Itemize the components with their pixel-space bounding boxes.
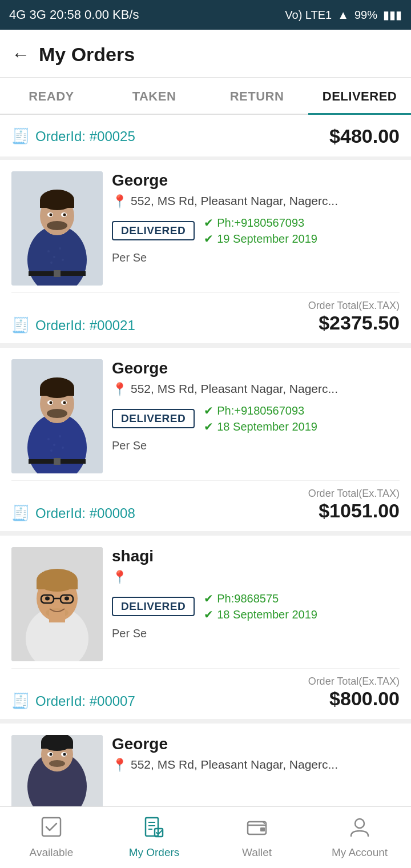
order-id-2[interactable]: 🧾 OrderId: #00008 — [11, 504, 135, 522]
partial-pin-icon: 📍 — [112, 758, 127, 773]
order-card-1: George 📍 552, MS Rd, Pleasant Nagar, Nag… — [0, 160, 411, 343]
order-total-2: Order Total(Ex.TAX) $1051.00 — [308, 488, 400, 522]
svg-point-22 — [59, 435, 61, 437]
order-id-1[interactable]: 🧾 OrderId: #00021 — [11, 316, 135, 334]
receipt-icon-3: 🧾 — [11, 692, 30, 710]
delivery-by-2: Per Se — [112, 439, 400, 452]
customer-name-3: shagi — [112, 547, 400, 565]
delivered-badge-1: DELIVERED — [112, 221, 195, 240]
contact-info-1: ✔ Ph:+9180567093 ✔ 19 September 2019 — [204, 216, 317, 246]
customer-name-2: George — [112, 359, 400, 377]
receipt-icon-2: 🧾 — [11, 504, 30, 522]
check-icon-phone-3: ✔ — [204, 592, 213, 605]
wifi-icon: ▲ — [337, 9, 349, 22]
nav-wallet[interactable]: Wallet — [206, 807, 308, 868]
contact-info-3: ✔ Ph:9868575 ✔ 18 September 2019 — [204, 592, 317, 621]
volte-icon: Vo) LTE1 — [285, 9, 332, 22]
wallet-icon — [246, 816, 268, 843]
svg-rect-35 — [54, 458, 61, 465]
pin-icon-2: 📍 — [112, 382, 127, 397]
receipt-icon-1: 🧾 — [11, 316, 30, 334]
signal-text: 4G 3G 20:58 0.00 KB/s — [9, 7, 139, 22]
svg-rect-28 — [40, 388, 74, 396]
svg-point-11 — [47, 221, 67, 230]
tab-taken[interactable]: TAKEN — [103, 78, 206, 114]
customer-photo-3 — [11, 547, 103, 661]
nav-wallet-label: Wallet — [242, 846, 272, 859]
svg-point-32 — [50, 401, 53, 404]
customer-name-1: George — [112, 171, 400, 190]
svg-point-21 — [53, 444, 55, 446]
orders-content: 🧾 OrderId: #00025 $480.00 — [0, 115, 411, 868]
svg-point-20 — [47, 438, 50, 440]
available-icon — [41, 816, 62, 843]
top-order-id[interactable]: 🧾 OrderId: #00025 — [11, 127, 135, 145]
nav-available[interactable]: Available — [0, 807, 103, 868]
date-row-3: ✔ 18 September 2019 — [204, 608, 317, 621]
svg-point-14 — [50, 214, 53, 216]
delivery-row-2: DELIVERED ✔ Ph:+9180567093 ✔ 18 Septembe… — [112, 404, 400, 433]
tab-delivered[interactable]: DELIVERED — [308, 78, 411, 115]
order-info-1: George 📍 552, MS Rd, Pleasant Nagar, Nag… — [112, 171, 400, 286]
svg-rect-59 — [42, 818, 61, 836]
svg-rect-60 — [146, 818, 158, 836]
pin-icon-3: 📍 — [112, 570, 127, 585]
tab-ready[interactable]: READY — [0, 78, 103, 114]
svg-rect-66 — [260, 827, 265, 831]
order-info-2: George 📍 552, MS Rd, Pleasant Nagar, Nag… — [112, 359, 400, 473]
check-icon-phone-1: ✔ — [204, 216, 213, 230]
nav-available-label: Available — [30, 846, 74, 859]
phone-row-2: ✔ Ph:+9180567093 — [204, 404, 317, 417]
contact-info-2: ✔ Ph:+9180567093 ✔ 18 September 2019 — [204, 404, 317, 433]
svg-point-58 — [49, 760, 65, 767]
nav-my-account[interactable]: My Account — [308, 807, 411, 868]
order-total-3: Order Total(Ex.TAX) $800.00 — [308, 676, 400, 710]
nav-my-orders-label: My Orders — [129, 846, 180, 859]
svg-rect-40 — [37, 580, 78, 589]
svg-point-6 — [62, 259, 64, 261]
top-order-summary: 🧾 OrderId: #00025 $480.00 — [0, 115, 411, 160]
account-icon — [349, 816, 370, 843]
my-orders-icon — [143, 816, 165, 843]
partial-order-card: George 📍 552, MS Rd, Pleasant Nagar, Nag… — [0, 724, 411, 815]
date-row-1: ✔ 19 September 2019 — [204, 232, 317, 246]
status-right: Vo) LTE1 ▲ 99% ▮▮▮ — [285, 8, 402, 22]
customer-photo-partial — [11, 735, 103, 809]
order-id-3[interactable]: 🧾 OrderId: #00007 — [11, 692, 135, 710]
nav-my-orders[interactable]: My Orders — [103, 807, 206, 868]
battery-text: 99% — [354, 9, 377, 22]
partial-order-info: George 📍 552, MS Rd, Pleasant Nagar, Nag… — [112, 735, 400, 773]
svg-point-4 — [59, 247, 61, 250]
top-order-amount: $480.00 — [329, 125, 400, 147]
order-info-3: shagi 📍 DELIVERED ✔ Ph:9868575 ✔ 18 — [112, 547, 400, 661]
phone-row-1: ✔ Ph:+9180567093 — [204, 216, 317, 230]
svg-point-45 — [65, 597, 69, 601]
page-title: My Orders — [39, 43, 135, 66]
partial-customer-address: 📍 552, MS Rd, Pleasant Nagar, Nagerc... — [112, 758, 400, 773]
nav-my-account-label: My Account — [332, 846, 388, 859]
customer-photo-2 — [11, 359, 103, 473]
svg-point-5 — [50, 262, 53, 264]
tab-bar: READY TAKEN RETURN DELIVERED — [0, 78, 411, 115]
tab-return[interactable]: RETURN — [206, 78, 308, 114]
svg-point-3 — [53, 256, 55, 258]
svg-point-2 — [47, 250, 50, 252]
svg-point-23 — [50, 449, 53, 452]
customer-address-1: 📍 552, MS Rd, Pleasant Nagar, Nagerc... — [112, 194, 400, 209]
order-card-3: shagi 📍 DELIVERED ✔ Ph:9868575 ✔ 18 — [0, 536, 411, 719]
svg-rect-10 — [40, 200, 74, 208]
svg-point-29 — [47, 409, 67, 418]
svg-point-44 — [45, 597, 50, 601]
customer-address-2: 📍 552, MS Rd, Pleasant Nagar, Nagerc... — [112, 382, 400, 397]
battery-icon: ▮▮▮ — [383, 8, 402, 22]
check-icon-phone-2: ✔ — [204, 404, 213, 417]
svg-rect-53 — [41, 742, 73, 749]
order-footer-1: 🧾 OrderId: #00021 Order Total(Ex.TAX) $2… — [11, 292, 400, 343]
receipt-icon: 🧾 — [11, 127, 30, 145]
check-icon-date-2: ✔ — [204, 420, 213, 433]
status-left: 4G 3G 20:58 0.00 KB/s — [9, 7, 139, 22]
order-footer-3: 🧾 OrderId: #00007 Order Total(Ex.TAX) $8… — [11, 668, 400, 719]
back-button[interactable]: ← — [11, 44, 30, 65]
customer-photo-1 — [11, 171, 103, 286]
delivery-by-3: Per Se — [112, 627, 400, 640]
